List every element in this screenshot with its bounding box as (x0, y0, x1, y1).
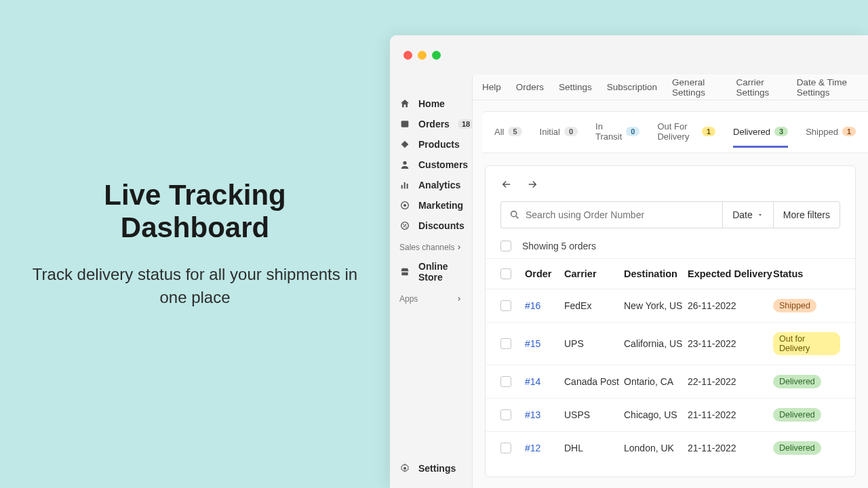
table-row: #13USPSChicago, US21-11-2022Delivered (486, 399, 855, 432)
search-container (500, 201, 722, 228)
sidebar-item-label: Discounts (418, 220, 465, 231)
app-window: Home Orders 18 Products Customers Analyt… (390, 35, 868, 488)
orders-table: Order Carrier Destination Expected Deliv… (486, 258, 855, 464)
showing-row: Showing 5 orders (486, 228, 855, 258)
products-icon (399, 139, 410, 150)
more-filters-label: More filters (783, 209, 830, 220)
next-page-button[interactable] (526, 178, 538, 190)
cell-destination: California, US (624, 338, 688, 349)
section-label-text: Sales channels (399, 243, 454, 252)
select-all-checkbox[interactable] (500, 241, 511, 251)
topnav-settings[interactable]: Settings (559, 82, 592, 92)
tab-label: Out For Delivery (657, 121, 698, 142)
order-link[interactable]: #16 (525, 300, 540, 311)
cell-destination: Ontario, CA (624, 376, 688, 387)
order-link[interactable]: #13 (525, 409, 540, 420)
cell-carrier: USPS (564, 409, 624, 420)
tab-initial[interactable]: Initial0 (540, 117, 578, 148)
search-input[interactable] (526, 209, 714, 220)
row-checkbox[interactable] (500, 409, 511, 420)
cell-destination: New York, US (624, 300, 688, 311)
cell-destination: London, UK (624, 443, 688, 453)
order-link[interactable]: #14 (525, 376, 540, 387)
tab-all[interactable]: All5 (494, 117, 522, 148)
col-status: Status (773, 268, 840, 279)
sidebar-item-settings[interactable]: Settings (390, 458, 472, 479)
maximize-window-button[interactable] (432, 51, 441, 60)
tab-out-for-delivery[interactable]: Out For Delivery1 (657, 112, 715, 152)
svg-point-11 (511, 211, 517, 217)
row-checkbox[interactable] (500, 376, 511, 387)
svg-point-8 (403, 224, 404, 225)
status-badge: Delivered (773, 408, 821, 422)
sidebar-item-label: Home (418, 98, 445, 109)
cell-expected: 21-11-2022 (688, 409, 773, 420)
sidebar-item-customers[interactable]: Customers (390, 155, 472, 175)
tab-in-transit[interactable]: In Transit0 (595, 112, 639, 152)
sidebar-item-label: Orders (418, 119, 450, 129)
tab-count-pill: 1 (842, 127, 856, 136)
hero-title: Live Tracking Dashboard (27, 179, 363, 244)
topnav-date-time-settings[interactable]: Date & Time Settings (797, 77, 859, 98)
status-badge: Delivered (773, 441, 821, 455)
sidebar-item-analytics[interactable]: Analytics (390, 175, 472, 195)
svg-rect-4 (407, 184, 408, 188)
tab-shipped[interactable]: Shipped1 (806, 117, 856, 148)
section-apps[interactable]: Apps (390, 287, 472, 308)
cell-carrier: FedEx (564, 300, 624, 311)
home-icon (399, 98, 410, 109)
tab-count-pill: 5 (508, 127, 521, 136)
sidebar-item-discounts[interactable]: Discounts (390, 216, 472, 236)
table-row: #15UPSCalifornia, US23-11-2022Out for De… (486, 323, 855, 365)
topnav-subscription[interactable]: Subscription (607, 82, 657, 92)
traffic-lights (403, 51, 441, 60)
svg-point-9 (406, 226, 407, 228)
tab-label: Delivered (733, 127, 770, 137)
topnav-general-settings[interactable]: General Settings (672, 77, 721, 98)
sidebar-item-online-store[interactable]: Online Store (390, 256, 472, 287)
sidebar-item-marketing[interactable]: Marketing (390, 195, 472, 216)
close-window-button[interactable] (403, 51, 412, 60)
svg-point-10 (403, 467, 406, 470)
table-row: #16FedExNew York, US26-11-2022Shipped (486, 289, 855, 323)
date-filter-button[interactable]: Date (722, 201, 773, 228)
status-badge: Delivered (773, 375, 821, 388)
titlebar (390, 35, 868, 75)
more-filters-button[interactable]: More filters (773, 201, 840, 228)
sidebar-item-label: Customers (418, 159, 468, 170)
order-link[interactable]: #12 (525, 443, 540, 453)
chevron-right-icon (456, 244, 462, 251)
svg-rect-2 (401, 185, 403, 188)
orders-badge: 18 (458, 119, 474, 129)
prev-page-button[interactable] (500, 178, 513, 190)
svg-rect-0 (401, 121, 409, 127)
showing-text: Showing 5 orders (522, 241, 596, 251)
app-body: Home Orders 18 Products Customers Analyt… (390, 75, 868, 488)
table-row: #14Canada PostOntario, CA22-11-2022Deliv… (486, 365, 855, 399)
sidebar-item-label: Marketing (418, 200, 463, 211)
cell-carrier: UPS (564, 338, 624, 349)
tab-count-pill: 3 (774, 127, 788, 136)
sidebar-item-orders[interactable]: Orders 18 (390, 114, 472, 134)
topnav-carrier-settings[interactable]: Carrier Settings (736, 77, 781, 98)
topnav-orders[interactable]: Orders (516, 82, 544, 92)
marketing-icon (399, 200, 410, 211)
topnav-help[interactable]: Help (482, 82, 501, 92)
row-checkbox[interactable] (500, 300, 511, 311)
sidebar-item-products[interactable]: Products (390, 134, 472, 155)
col-order: Order (525, 268, 564, 279)
tab-label: Initial (540, 127, 560, 137)
table-header: Order Carrier Destination Expected Deliv… (486, 258, 855, 289)
tab-delivered[interactable]: Delivered3 (733, 117, 788, 148)
sidebar-item-home[interactable]: Home (390, 94, 472, 114)
section-sales-channels[interactable]: Sales channels (390, 236, 472, 256)
minimize-window-button[interactable] (418, 51, 427, 60)
order-link[interactable]: #15 (525, 338, 540, 349)
search-icon (509, 209, 520, 220)
header-checkbox[interactable] (500, 268, 511, 279)
row-checkbox[interactable] (500, 443, 511, 453)
status-badge: Shipped (773, 299, 816, 312)
pagination-arrows (486, 178, 855, 201)
row-checkbox[interactable] (500, 338, 511, 349)
svg-point-1 (403, 161, 406, 165)
